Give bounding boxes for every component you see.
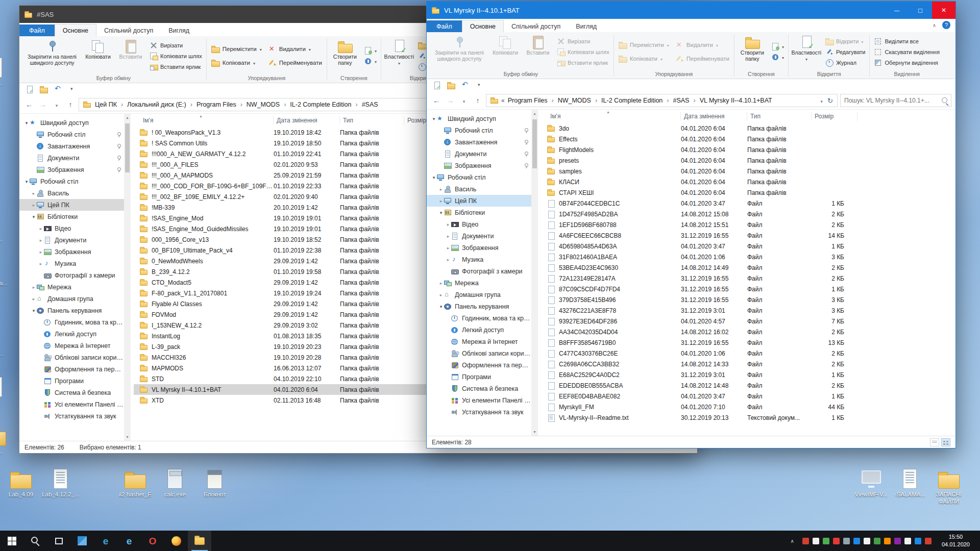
pin-to-quick-access-button[interactable]: Закріпити на панелі швидкого доступу bbox=[430, 34, 488, 70]
desktop-icon-clipped[interactable]: Dow... bbox=[0, 328, 15, 358]
refresh-icon[interactable] bbox=[827, 96, 833, 105]
sidebar-item[interactable]: Програми bbox=[19, 375, 124, 387]
breadcrumb-item[interactable]: #SAS bbox=[360, 101, 384, 108]
chevron-icon[interactable] bbox=[431, 175, 437, 180]
desktop-icon-clipped[interactable]: docx bbox=[968, 282, 980, 312]
cut-button[interactable]: Вирізати bbox=[148, 40, 204, 50]
task-view-button[interactable] bbox=[47, 531, 70, 551]
copy-to-button[interactable]: Копіювати bbox=[209, 57, 264, 69]
379D3758E415B496[interactable]: 379D3758E415B496 31.12.2019 16:55 Файл 3… bbox=[541, 294, 955, 305]
sidebar-item[interactable]: Мережа й Інтернет bbox=[427, 336, 531, 347]
toolbar-customize-icon[interactable] bbox=[68, 86, 77, 93]
43276C221A3E8F78[interactable]: 43276C221A3E8F78 31.12.2019 3:01 Файл 3 … bbox=[541, 305, 955, 316]
sidebar-item[interactable]: Оформлення та персонал... bbox=[427, 359, 531, 371]
breadcrumb-item[interactable]: NW_MODS bbox=[556, 97, 599, 104]
easy-access-button[interactable] bbox=[362, 57, 379, 66]
sidebar-item[interactable]: Устаткування та звук bbox=[19, 410, 124, 422]
sidebar-item[interactable]: Мережа й Інтернет bbox=[19, 340, 124, 352]
3do[interactable]: 3do 04.01.2020 6:04 Папка файлів bbox=[541, 123, 955, 134]
breadcrumb-item[interactable]: #SAS bbox=[671, 97, 697, 104]
chevron-icon[interactable] bbox=[23, 179, 30, 184]
EDEDDBE0B555ACBA[interactable]: EDEDDBE0B555ACBA 14.08.2012 14:48 Файл 2… bbox=[541, 380, 955, 391]
search-box[interactable] bbox=[840, 94, 951, 107]
scroll-down-icon[interactable] bbox=[126, 433, 128, 441]
properties-quick-icon[interactable] bbox=[26, 86, 34, 93]
copy-button[interactable]: Копіювати bbox=[82, 38, 114, 74]
0B74F2044CEDBC1C[interactable]: 0B74F2044CEDBC1C 04.01.2020 3:47 Файл 1 … bbox=[541, 198, 955, 209]
breadcrumb-overflow-icon[interactable] bbox=[500, 97, 506, 104]
sidebar-item[interactable]: Робочий стіл bbox=[19, 176, 124, 187]
sidebar-item[interactable]: Годинник, мова та країна/... bbox=[19, 316, 124, 328]
FlightModels[interactable]: FlightModels 04.01.2020 6:04 Папка файлі… bbox=[541, 144, 955, 155]
chevron-icon[interactable] bbox=[431, 116, 437, 121]
4A6FC6EEC66CBCB8[interactable]: 4A6FC6EEC66CBCB8 31.12.2019 16:55 Файл 1… bbox=[541, 230, 955, 241]
explorer-window-vl-myrsky[interactable]: VL Myrsky II--4.10.1+BAT ФайлОсновнеСпіл… bbox=[426, 1, 956, 448]
72A123149E28147A[interactable]: 72A123149E28147A 31.12.2019 16:55 Файл 2… bbox=[541, 273, 955, 284]
1EF1D596BF680788[interactable]: 1EF1D596BF680788 14.08.2012 15:51 Файл 2… bbox=[541, 219, 955, 230]
history-button[interactable]: Журнал bbox=[823, 58, 868, 67]
undo-icon[interactable] bbox=[461, 82, 470, 89]
chevron-icon[interactable] bbox=[31, 296, 37, 302]
sidebar-item[interactable]: Зображення bbox=[427, 160, 531, 171]
sidebar-item[interactable]: Мережа bbox=[19, 281, 124, 293]
sidebar-item[interactable]: Домашня група bbox=[19, 293, 124, 305]
breadcrumb-item[interactable]: Цей ПК bbox=[93, 101, 125, 108]
tray-icon[interactable] bbox=[874, 538, 880, 544]
close-button[interactable] bbox=[932, 2, 955, 19]
minimize-button[interactable] bbox=[885, 2, 909, 19]
tray-icon[interactable] bbox=[915, 538, 921, 544]
sidebar-item[interactable]: Зображення bbox=[19, 164, 124, 176]
sidebar-item[interactable]: Зображення bbox=[19, 246, 124, 258]
chevron-icon[interactable] bbox=[31, 308, 37, 313]
address-bar[interactable]: Program FilesNW_MODSIL-2 Complete Editio… bbox=[486, 94, 838, 107]
details-view-button[interactable] bbox=[930, 438, 939, 446]
tray-icon[interactable] bbox=[802, 538, 809, 544]
photos-app-icon[interactable] bbox=[70, 531, 94, 551]
C477C430376BC26E[interactable]: C477C430376BC26E 04.01.2020 1:06 Файл 2 … bbox=[541, 348, 955, 359]
column-header[interactable]: Дата змінення bbox=[274, 116, 340, 125]
tray-icon[interactable] bbox=[833, 538, 840, 544]
ribbon-collapse-icon[interactable] bbox=[933, 22, 936, 28]
sidebar-item[interactable]: Документи bbox=[427, 148, 531, 160]
move-to-button[interactable]: Перемістити bbox=[616, 39, 672, 51]
31F8021460A1BAEA[interactable]: 31F8021460A1BAEA 04.01.2020 1:06 Файл 3 … bbox=[541, 252, 955, 262]
sidebar-item[interactable]: Документи bbox=[19, 234, 124, 246]
scrollbar-thumb[interactable] bbox=[125, 123, 130, 172]
sidebar-item[interactable]: Годинник, мова та країна/... bbox=[427, 312, 531, 324]
sidebar-item[interactable]: Фотографії з камери bbox=[19, 269, 124, 281]
toolbar-customize-icon[interactable] bbox=[476, 82, 484, 89]
chevron-icon[interactable] bbox=[445, 222, 451, 227]
copy-path-button[interactable]: Копіювати шлях bbox=[555, 47, 611, 57]
chevron-icon[interactable] bbox=[38, 226, 44, 231]
start-button[interactable] bbox=[0, 531, 23, 551]
sidebar-item[interactable]: Устаткування та звук bbox=[427, 406, 531, 418]
sidebar-scrollbar[interactable] bbox=[531, 110, 538, 436]
sidebar-item[interactable]: Оформлення та персонал... bbox=[19, 363, 124, 375]
sidebar-item[interactable]: Фотографії з камери bbox=[427, 265, 531, 277]
column-header[interactable]: Розмір bbox=[812, 112, 857, 121]
forward-button[interactable] bbox=[445, 96, 456, 105]
new-item-button[interactable] bbox=[769, 42, 786, 52]
presets[interactable]: presets 04.01.2020 6:04 Папка файлів bbox=[541, 155, 955, 166]
sidebar-item[interactable]: Музика bbox=[19, 258, 124, 269]
new-folder-quick-icon[interactable] bbox=[40, 86, 48, 93]
desktop-icon[interactable]: il2 hasher_E bbox=[115, 468, 155, 498]
sidebar-item[interactable]: Робочий стіл bbox=[427, 171, 531, 183]
column-header[interactable]: Тип bbox=[340, 116, 404, 125]
sidebar-item[interactable]: Швидкий доступ bbox=[19, 117, 124, 129]
sidebar-item[interactable]: Завантаження bbox=[19, 140, 124, 152]
desktop-icon[interactable]: ЗАПАСНІ ФАЙЛИ bbox=[929, 468, 969, 506]
4D65980485A4D63A[interactable]: 4D65980485A4D63A 04.01.2020 3:47 Файл 1 … bbox=[541, 241, 955, 252]
53BEA4D23E4C9630[interactable]: 53BEA4D23E4C9630 14.08.2012 14:49 Файл 2… bbox=[541, 262, 955, 273]
new-folder-button[interactable]: Створити папку bbox=[737, 34, 768, 70]
Effects[interactable]: Effects 04.01.2020 6:04 Папка файлів bbox=[541, 134, 955, 144]
sidebar-item[interactable]: Усі елементи Панелі керув... bbox=[19, 398, 124, 410]
sidebar-item[interactable]: Легкий доступ bbox=[427, 324, 531, 336]
paste-shortcut-button[interactable]: Вставити ярлик bbox=[555, 58, 611, 67]
sidebar-item[interactable]: Домашня група bbox=[427, 289, 531, 300]
desktop-icon[interactable]: Lab_4.09 bbox=[1, 468, 41, 498]
column-header[interactable]: Дата змінення bbox=[681, 112, 747, 121]
desktop-icon[interactable]: -SALAMA... bbox=[890, 468, 930, 498]
delete-button[interactable]: Видалити bbox=[265, 43, 325, 55]
chevron-icon[interactable] bbox=[445, 245, 451, 251]
